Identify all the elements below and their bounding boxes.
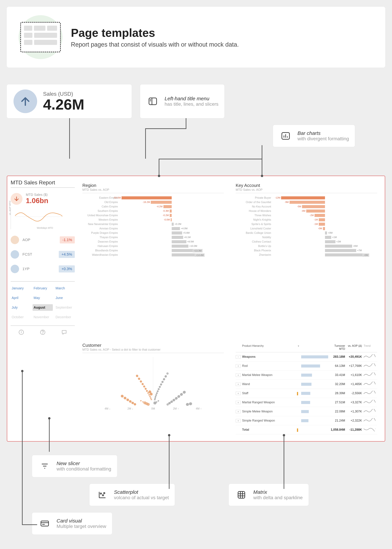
svg-point-90 <box>154 399 156 400</box>
month-option[interactable]: January <box>11 285 31 292</box>
kpi-dot <box>11 236 19 244</box>
region-panel[interactable]: Region MTD Sales vs. AOP Eastern Empire … <box>78 180 228 336</box>
bar-row[interactable]: Southern Empire -0.3M <box>82 209 224 213</box>
bar-row[interactable]: Dwarven Empire +8.5M <box>82 240 224 244</box>
svg-point-100 <box>163 378 165 381</box>
month-option[interactable]: July <box>11 304 31 311</box>
month-option[interactable]: February <box>33 285 53 292</box>
svg-point-102 <box>166 372 169 375</box>
month-option[interactable]: April <box>11 295 31 301</box>
bar-row[interactable]: Private Buyer -12M <box>236 196 377 200</box>
matrix-icon <box>235 488 248 501</box>
expand-icon[interactable]: + <box>236 373 241 377</box>
svg-rect-123 <box>41 521 49 526</box>
bar-row[interactable]: Waterdhavian Empire +14.4M <box>82 253 224 257</box>
bar-row[interactable]: Thayan Empire +6.1M <box>82 235 224 240</box>
bar-row[interactable]: Lionshield Coster -0M <box>236 226 377 231</box>
bar-row[interactable]: Bardic College Union +0M <box>236 231 377 235</box>
mtd-value: 1.06bn <box>26 197 48 205</box>
expand-icon[interactable]: + <box>236 401 241 404</box>
svg-point-13 <box>42 334 43 334</box>
expand-icon[interactable]: + <box>236 419 241 422</box>
kpi-dot <box>11 265 19 273</box>
bar-row[interactable]: Amnian Empire +4.0M <box>82 226 224 231</box>
bar-row[interactable]: Old Empire -16.2M <box>82 200 224 204</box>
page-subtitle: Report pages that consist of visuals wit… <box>71 41 239 48</box>
month-option[interactable]: October <box>11 314 31 320</box>
matrix-row[interactable]: − Weapons 283.18M +20,491K <box>236 352 377 361</box>
kpi-label: FCST <box>22 252 55 257</box>
svg-point-99 <box>161 381 163 383</box>
matrix-row[interactable]: + Martial Ranged Weapon 27.51M +3,327K <box>236 398 377 407</box>
svg-point-59 <box>148 391 151 393</box>
sparkline-icon <box>364 418 377 423</box>
kpi-label: AOP <box>22 238 56 242</box>
month-option[interactable]: September <box>55 304 75 311</box>
arrow-up-icon <box>14 90 37 113</box>
comment-icon[interactable] <box>61 329 67 336</box>
svg-point-46 <box>145 388 147 390</box>
customer-panel[interactable]: Customer MTD Sales vs. AOP - Select a do… <box>78 339 228 438</box>
svg-point-93 <box>155 394 157 396</box>
bar-row[interactable]: Black Phoenix +7M <box>236 248 377 253</box>
bar-row[interactable]: Western Empire -0.0M <box>82 218 224 222</box>
matrix-row[interactable]: + Simple Melee Weapon 22.08M +1,307K <box>236 407 377 416</box>
matrix-row[interactable]: + Wand 32.20M +1,465K <box>236 380 377 389</box>
matrix-total-row: Total ❚ 1,058.84M -11,288K <box>236 425 377 434</box>
month-slicer[interactable]: JanuaryFebruaryMarchAprilMayJuneJulyAugu… <box>11 281 75 320</box>
svg-point-50 <box>138 378 140 380</box>
bar-row[interactable]: Eastern Empire -52.5M <box>82 196 224 200</box>
key-account-panel[interactable]: Key Account MTD Sales vs. AOP Private Bu… <box>231 180 381 336</box>
bar-row[interactable]: Order of the Gauntlet -9M <box>236 200 377 204</box>
matrix-row[interactable]: + Martial Melee Weapon 33.41M +1,610K <box>236 371 377 380</box>
svg-point-48 <box>142 383 144 385</box>
svg-point-42 <box>149 396 151 397</box>
expand-icon[interactable]: + <box>236 364 241 368</box>
callout-left-menu: Left-hand title menu has title, lines, a… <box>140 84 224 118</box>
bar-row[interactable]: Zhentarim +9M <box>236 253 377 257</box>
bar-row[interactable]: Night's Knights -1M <box>236 218 377 222</box>
help-icon[interactable] <box>40 329 46 336</box>
month-option[interactable]: August <box>33 304 53 311</box>
info-icon[interactable] <box>18 329 24 336</box>
bar-row[interactable]: No Key Account -5M <box>236 204 377 209</box>
matrix-panel[interactable]: Product Hierarchy ▾ Turnover MTD vs. AOP… <box>231 339 381 438</box>
svg-point-97 <box>159 386 161 388</box>
expand-icon[interactable]: + <box>236 382 241 386</box>
warning-icon: ❚ <box>296 428 301 432</box>
report-title: MTD Sales Report <box>11 180 75 188</box>
bar-row[interactable]: Calim Empire -4.2M <box>82 204 224 209</box>
svg-point-88 <box>156 401 157 403</box>
bar-row[interactable]: Nobility +1M <box>236 235 377 240</box>
month-option[interactable]: May <box>33 295 53 301</box>
bar-row[interactable]: Bloodlands Empire +13.3M <box>82 248 224 253</box>
svg-text:4M ↑: 4M ↑ <box>196 407 202 410</box>
bar-row[interactable]: Halruaan Empire +10.0M <box>82 244 224 248</box>
svg-point-107 <box>177 395 180 398</box>
svg-point-95 <box>157 390 159 392</box>
svg-point-53 <box>132 402 134 404</box>
month-option[interactable]: December <box>55 314 75 320</box>
bar-row[interactable]: Clothes Contact +2M <box>236 240 377 244</box>
svg-rect-118 <box>238 491 245 498</box>
expand-icon[interactable]: − <box>236 355 241 359</box>
matrix-row[interactable]: + Rod 64.13M +17,768K <box>236 361 377 371</box>
bar-row[interactable]: Three Wishes -2M <box>236 213 377 218</box>
svg-point-92 <box>155 396 156 398</box>
bar-row[interactable]: Purple Dragon Empire +5.6M <box>82 231 224 235</box>
month-option[interactable]: November <box>33 314 53 320</box>
svg-point-86 <box>189 402 192 405</box>
expand-icon[interactable]: + <box>236 410 241 413</box>
kpi-row: FCST +4.5% <box>11 247 75 262</box>
month-option[interactable]: June <box>55 295 75 301</box>
bar-row[interactable]: New Neverwinter Empire +0.2M <box>82 222 224 226</box>
bar-row[interactable]: Sprite's & Spirits -1M <box>236 222 377 226</box>
bar-row[interactable]: House of Wonders -4M <box>236 209 377 213</box>
bar-row[interactable]: United Moonshae Empire -0.2M <box>82 213 224 218</box>
matrix-row[interactable]: + Staff ❚ 28.39M -2,556K <box>236 389 377 398</box>
bar-row[interactable]: Bottle's Up +6M <box>236 244 377 248</box>
sidebar-icon <box>146 95 160 108</box>
month-option[interactable]: March <box>55 285 75 292</box>
expand-icon[interactable]: + <box>236 392 241 395</box>
matrix-row[interactable]: + Simple Ranged Weapon 21.24M +2,322K <box>236 416 377 425</box>
